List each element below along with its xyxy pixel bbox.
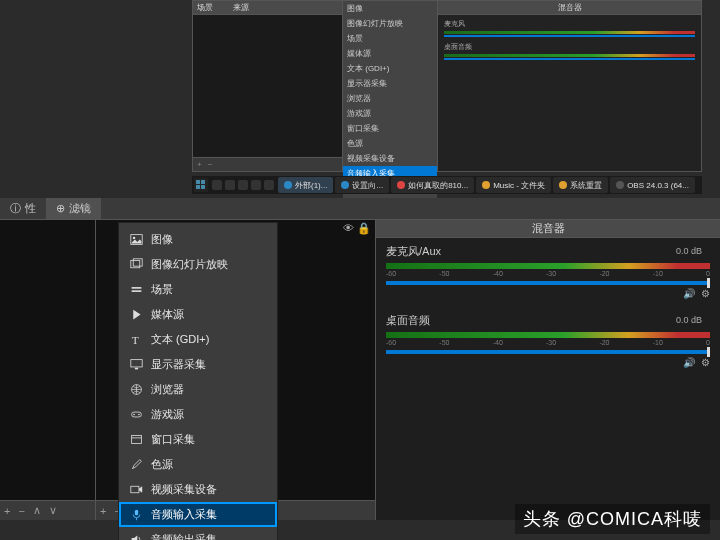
tray-icon[interactable]	[238, 180, 248, 190]
taskbar-item[interactable]: 系统重置	[553, 177, 608, 193]
scenes-body[interactable]	[0, 220, 95, 500]
menu-item-text-gdi[interactable]: T 文本 (GDI+)	[119, 327, 277, 352]
taskbar-label: 如何真取的810...	[408, 180, 468, 191]
monitor-icon	[129, 358, 143, 371]
menu-item-browser[interactable]: 浏览器	[119, 377, 277, 402]
svg-rect-0	[196, 180, 200, 184]
tab-properties[interactable]: ⓘ 性	[0, 198, 46, 219]
minus-icon[interactable]: −	[208, 160, 213, 169]
svg-point-15	[133, 414, 135, 416]
menu-label: 音频输入采集	[151, 507, 217, 522]
taskbar-item[interactable]: 外部(1)...	[278, 177, 333, 193]
tray-icon[interactable]	[225, 180, 235, 190]
thumb-meter-row: 桌面音频	[444, 42, 695, 57]
menu-item-audio-output[interactable]: 音频输出采集	[119, 527, 277, 540]
tray-icon[interactable]	[251, 180, 261, 190]
menu-item-image[interactable]: 图像	[119, 227, 277, 252]
volume-slider[interactable]	[386, 281, 710, 285]
mixer-panel: 混音器 麦克风/Aux 0.0 dB -60-50-40-30-20-100 🔊…	[376, 220, 720, 520]
mixer-title: 混音器	[532, 221, 565, 236]
menu-item-window-capture[interactable]: 窗口采集	[119, 427, 277, 452]
volume-slider[interactable]	[386, 350, 710, 354]
play-icon	[129, 308, 143, 321]
add-scene-button[interactable]: +	[4, 505, 10, 517]
add-source-menu: 图像 图像幻灯片放映 场景 媒体源 T 文本 (GDI+) 显示器采集 浏览器 …	[118, 222, 278, 540]
taskbar-item[interactable]: 如何真取的810...	[391, 177, 474, 193]
thumb-menu-item[interactable]: 图像	[343, 1, 437, 16]
speaker-icon[interactable]: 🔊	[683, 357, 695, 368]
watermark-text: 头条 @COMICA科唛	[523, 507, 702, 531]
main-panels: + − ∧ ∨ 👁 🔒 + − ⚙ ∧ ∨ 混音器 麦克风/Aux 0.	[0, 220, 720, 520]
remove-scene-button[interactable]: −	[18, 505, 24, 517]
svg-point-5	[132, 237, 134, 239]
mixer-track: 麦克风/Aux 0.0 dB -60-50-40-30-20-100 🔊 ⚙	[386, 244, 710, 299]
thumb-menu-item[interactable]: 场景	[343, 31, 437, 46]
svg-text:T: T	[131, 334, 138, 346]
thumb-meter-label: 麦克风	[444, 19, 695, 29]
taskbar-item[interactable]: OBS 24.0.3 (64...	[610, 177, 695, 193]
gear-icon[interactable]: ⚙	[701, 357, 710, 368]
tray-icon[interactable]	[212, 180, 222, 190]
tab-filters[interactable]: ⊕ 滤镜	[46, 198, 101, 219]
menu-label: 视频采集设备	[151, 482, 217, 497]
slideshow-icon	[129, 258, 143, 271]
svg-rect-11	[130, 360, 141, 367]
speaker-icon[interactable]: 🔊	[683, 288, 695, 299]
thumb-menu-item[interactable]: 游戏源	[343, 106, 437, 121]
app-icon	[482, 181, 490, 189]
mixer-header: 混音器	[376, 220, 720, 238]
mixer-track-controls: 🔊 ⚙	[386, 288, 710, 299]
menu-label: 音频输出采集	[151, 532, 217, 540]
mixer-db-value: 0.0 dB	[676, 246, 702, 256]
audio-meter	[386, 263, 710, 269]
thumb-mixer-body: 麦克风 桌面音频	[438, 15, 701, 171]
brush-icon	[129, 458, 143, 471]
lock-icon[interactable]: 🔒	[357, 222, 371, 234]
mixer-ticks: -60-50-40-30-20-100	[386, 270, 710, 277]
scene-icon	[129, 283, 143, 296]
plus-icon[interactable]: +	[197, 160, 202, 169]
menu-label: 浏览器	[151, 382, 184, 397]
menu-item-scene[interactable]: 场景	[119, 277, 277, 302]
thumb-menu-item[interactable]: 文本 (GDI+)	[343, 61, 437, 76]
eye-icon[interactable]: 👁	[343, 222, 354, 234]
thumb-scenes-panel: 场景 来源 + −	[193, 1, 343, 171]
menu-item-audio-input[interactable]: 音频输入采集	[119, 502, 277, 527]
start-button[interactable]	[194, 178, 208, 192]
taskbar-item[interactable]: 设置向...	[335, 177, 389, 193]
taskbar-tray	[212, 180, 274, 190]
thumb-meter-row: 麦克风	[444, 19, 695, 34]
thumbnail-obs-window: 场景 来源 + − 图像 图像幻灯片放映 场景 媒体源 文本 (GDI+) 显示…	[192, 0, 702, 172]
thumb-menu-item[interactable]: 图像幻灯片放映	[343, 16, 437, 31]
svg-rect-17	[131, 435, 141, 443]
mixer-body: 麦克风/Aux 0.0 dB -60-50-40-30-20-100 🔊 ⚙ 桌…	[376, 238, 720, 520]
taskbar-item[interactable]: Music - 文件夹	[476, 177, 551, 193]
menu-item-media[interactable]: 媒体源	[119, 302, 277, 327]
thumb-menu-item[interactable]: 视频采集设备	[343, 151, 437, 166]
menu-label: 游戏源	[151, 407, 184, 422]
source-visibility-icons: 👁 🔒	[343, 222, 371, 235]
scene-up-button[interactable]: ∧	[33, 504, 41, 517]
thumb-tab-scenes: 场景	[197, 2, 213, 13]
scene-down-button[interactable]: ∨	[49, 504, 57, 517]
mixer-track-label: 麦克风/Aux	[386, 244, 710, 259]
svg-rect-3	[201, 185, 205, 189]
menu-item-video-capture[interactable]: 视频采集设备	[119, 477, 277, 502]
thumb-menu-item[interactable]: 显示器采集	[343, 76, 437, 91]
menu-item-game-capture[interactable]: 游戏源	[119, 402, 277, 427]
mixer-track: 桌面音频 0.0 dB -60-50-40-30-20-100 🔊 ⚙	[386, 313, 710, 368]
menu-item-display-capture[interactable]: 显示器采集	[119, 352, 277, 377]
thumb-menu-item[interactable]: 色源	[343, 136, 437, 151]
menu-label: 图像	[151, 232, 173, 247]
menu-item-slideshow[interactable]: 图像幻灯片放映	[119, 252, 277, 277]
thumb-menu-item[interactable]: 浏览器	[343, 91, 437, 106]
svg-rect-19	[130, 486, 138, 493]
menu-item-color-source[interactable]: 色源	[119, 452, 277, 477]
thumb-preview-body	[193, 15, 342, 157]
gear-icon[interactable]: ⚙	[701, 288, 710, 299]
thumb-menu-item[interactable]: 窗口采集	[343, 121, 437, 136]
thumb-menu-item[interactable]: 媒体源	[343, 46, 437, 61]
add-source-button[interactable]: +	[100, 505, 106, 517]
tray-icon[interactable]	[264, 180, 274, 190]
mixer-db-value: 0.0 dB	[676, 315, 702, 325]
